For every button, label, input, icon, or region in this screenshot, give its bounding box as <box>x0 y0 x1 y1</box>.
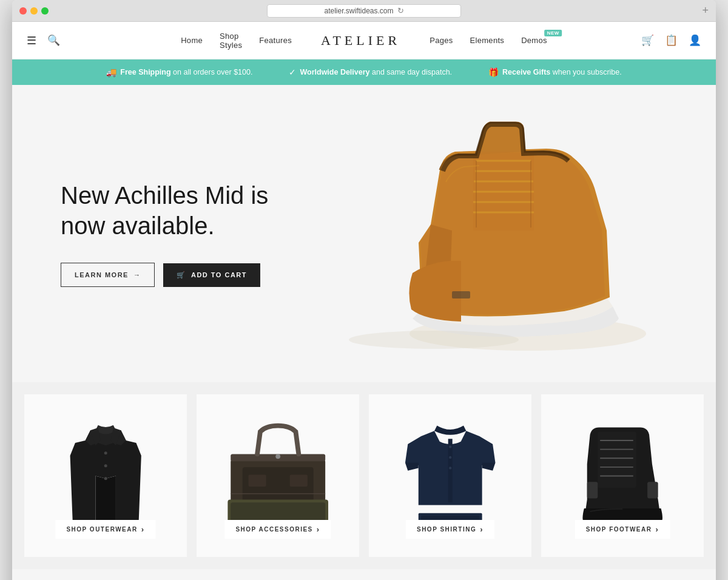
svg-point-14 <box>104 477 107 480</box>
main-nav: ☰ 🔍 Home Shop Styles Features ATELIER Pa… <box>12 22 716 59</box>
hero-product-image <box>328 97 679 376</box>
search-icon[interactable]: 🔍 <box>47 34 60 47</box>
hero-buttons: LEARN MORE → 🛒 ADD TO CART <box>61 263 291 287</box>
new-tab-button[interactable]: + <box>702 4 709 17</box>
category-accessories[interactable]: SHOP ACCESSORIES <box>197 394 359 557</box>
minimize-button[interactable] <box>30 7 38 15</box>
trending-section: TRENDING THIS WEEK VIEW ALL PRODUCTS <box>12 569 716 580</box>
sneaker-illustration <box>346 109 661 364</box>
accessories-image <box>213 415 343 537</box>
arrow-right-icon: → <box>133 271 141 278</box>
demos-badge: NEW <box>545 30 562 36</box>
svg-point-27 <box>449 467 451 469</box>
site-logo[interactable]: ATELIER <box>321 33 400 49</box>
shirting-image <box>385 415 515 537</box>
category-grid: SHOP OUTERWEAR <box>24 394 704 557</box>
nav-right: 🛒 📋 👤 <box>641 34 701 47</box>
url-text: atelier.swiftideas.com <box>324 7 393 15</box>
svg-point-20 <box>275 454 280 459</box>
promo-bar: 🚚 Free Shipping on all orders over $100.… <box>12 59 716 85</box>
svg-point-25 <box>449 445 451 448</box>
footwear-label[interactable]: SHOP FOOTWEAR <box>575 520 670 539</box>
nav-center: Home Shop Styles Features ATELIER Pages … <box>181 32 547 50</box>
accessories-label[interactable]: SHOP ACCESSORIES <box>224 520 331 539</box>
browser-window: atelier.swiftideas.com ↻ + ☰ 🔍 Home Shop… <box>12 0 716 580</box>
hero-title: New Achilles Mid is now available. <box>61 180 291 241</box>
svg-rect-24 <box>448 439 452 502</box>
nav-demos[interactable]: Demos <box>521 36 547 45</box>
category-shirting[interactable]: SHOP SHIRTING <box>369 394 531 557</box>
category-section: SHOP OUTERWEAR <box>12 382 716 569</box>
cart-icon-wrapper[interactable]: 🛒 <box>641 34 654 47</box>
svg-point-13 <box>104 464 107 467</box>
add-to-cart-button[interactable]: 🛒 ADD TO CART <box>163 263 260 287</box>
outerwear-label[interactable]: SHOP OUTERWEAR <box>55 520 155 539</box>
category-footwear[interactable]: SHOP FOOTWEAR <box>541 394 704 557</box>
promo-delivery: ✓ Worldwide Delivery and same day dispat… <box>289 67 452 77</box>
nav-demos-wrapper: Demos NEW <box>521 36 547 45</box>
promo-shipping: 🚚 Free Shipping on all orders over $100. <box>106 67 252 77</box>
checkmark-icon: ✓ <box>289 67 296 77</box>
account-icon[interactable]: 👤 <box>689 34 701 47</box>
svg-point-11 <box>349 331 519 349</box>
browser-titlebar: atelier.swiftideas.com ↻ + <box>12 0 716 22</box>
gift-icon: 🎁 <box>488 67 499 77</box>
site-content: ☰ 🔍 Home Shop Styles Features ATELIER Pa… <box>12 22 716 580</box>
svg-rect-36 <box>587 482 598 498</box>
svg-rect-37 <box>647 482 658 498</box>
learn-more-button[interactable]: LEARN MORE → <box>61 263 155 287</box>
shirting-label[interactable]: SHOP SHIRTING <box>406 520 494 539</box>
hero-content: New Achilles Mid is now available. LEARN… <box>61 180 291 287</box>
close-button[interactable] <box>19 7 27 15</box>
nav-shop-styles[interactable]: Shop Styles <box>220 32 242 50</box>
nav-left: ☰ 🔍 <box>27 34 60 47</box>
nav-elements[interactable]: Elements <box>470 36 505 45</box>
hamburger-menu-icon[interactable]: ☰ <box>27 34 36 47</box>
svg-rect-18 <box>248 474 266 486</box>
refresh-icon[interactable]: ↻ <box>397 6 404 15</box>
browser-window-controls <box>19 7 49 15</box>
nav-home[interactable]: Home <box>181 36 203 45</box>
svg-point-12 <box>104 451 107 454</box>
svg-point-26 <box>449 456 451 458</box>
maximize-button[interactable] <box>41 7 49 15</box>
footwear-image <box>558 415 687 537</box>
nav-features[interactable]: Features <box>259 36 292 45</box>
svg-rect-10 <box>452 291 470 298</box>
address-bar[interactable]: atelier.swiftideas.com ↻ <box>267 4 461 18</box>
outerwear-image <box>41 415 170 537</box>
category-outerwear[interactable]: SHOP OUTERWEAR <box>24 394 187 557</box>
truck-icon: 🚚 <box>106 67 116 77</box>
nav-pages[interactable]: Pages <box>430 36 453 45</box>
svg-rect-19 <box>289 474 307 486</box>
wishlist-icon-wrapper[interactable]: 📋 <box>665 34 678 47</box>
promo-gifts: 🎁 Receive Gifts when you subscribe. <box>488 67 622 77</box>
cart-icon: 🛒 <box>177 271 186 279</box>
hero-section: New Achilles Mid is now available. LEARN… <box>12 85 716 382</box>
